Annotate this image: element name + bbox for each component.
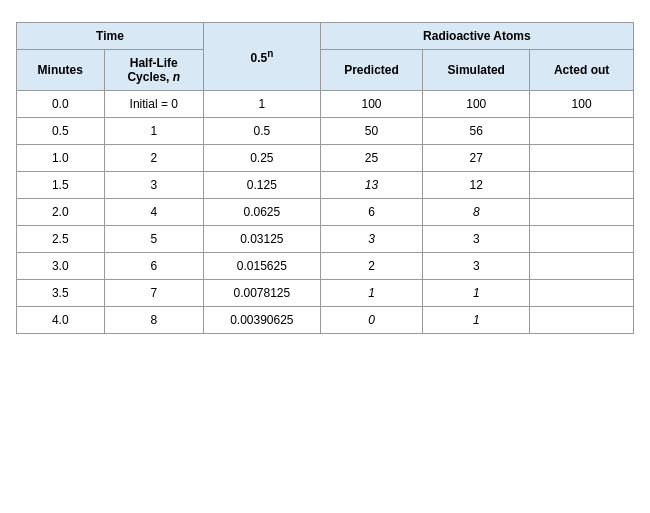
- cell-exp: 0.03125: [204, 226, 321, 253]
- cell-simulated: 3: [423, 226, 530, 253]
- cell-exp: 1: [204, 91, 321, 118]
- cell-exp: 0.25: [204, 145, 321, 172]
- cell-acted: [530, 226, 634, 253]
- col-header-simulated: Simulated: [423, 50, 530, 91]
- cell-acted: 100: [530, 91, 634, 118]
- cell-exp: 0.0078125: [204, 280, 321, 307]
- col-header-predicted: Predicted: [320, 50, 423, 91]
- cell-cycles: 1: [104, 118, 203, 145]
- cell-minutes: 2.5: [17, 226, 105, 253]
- cell-minutes: 0.0: [17, 91, 105, 118]
- cell-predicted: 25: [320, 145, 423, 172]
- cell-acted: [530, 253, 634, 280]
- cell-cycles: 8: [104, 307, 203, 334]
- cell-predicted: 100: [320, 91, 423, 118]
- cell-predicted: 2: [320, 253, 423, 280]
- cell-minutes: 1.5: [17, 172, 105, 199]
- cell-cycles: 5: [104, 226, 203, 253]
- cell-minutes: 3.0: [17, 253, 105, 280]
- data-table: Time 0.5n Radioactive Atoms Minutes Half…: [16, 22, 634, 334]
- cell-exp: 0.015625: [204, 253, 321, 280]
- cell-minutes: 0.5: [17, 118, 105, 145]
- cell-minutes: 2.0: [17, 199, 105, 226]
- cell-predicted: 3: [320, 226, 423, 253]
- cell-simulated: 8: [423, 199, 530, 226]
- cell-simulated: 12: [423, 172, 530, 199]
- cell-cycles: 7: [104, 280, 203, 307]
- group-header-time: Time: [17, 23, 204, 50]
- cell-acted: [530, 199, 634, 226]
- cell-simulated: 3: [423, 253, 530, 280]
- cell-simulated: 56: [423, 118, 530, 145]
- cell-simulated: 1: [423, 307, 530, 334]
- cell-exp: 0.5: [204, 118, 321, 145]
- cell-acted: [530, 172, 634, 199]
- cell-simulated: 27: [423, 145, 530, 172]
- cell-cycles: Initial = 0: [104, 91, 203, 118]
- cell-cycles: 4: [104, 199, 203, 226]
- cell-predicted: 13: [320, 172, 423, 199]
- cell-cycles: 2: [104, 145, 203, 172]
- cell-acted: [530, 145, 634, 172]
- col-header-acted: Acted out: [530, 50, 634, 91]
- cell-exp: 0.0625: [204, 199, 321, 226]
- cell-predicted: 6: [320, 199, 423, 226]
- cell-acted: [530, 280, 634, 307]
- cell-predicted: 1: [320, 280, 423, 307]
- cell-acted: [530, 307, 634, 334]
- cell-predicted: 50: [320, 118, 423, 145]
- cell-predicted: 0: [320, 307, 423, 334]
- cell-exp: 0.125: [204, 172, 321, 199]
- cell-cycles: 6: [104, 253, 203, 280]
- cell-exp: 0.00390625: [204, 307, 321, 334]
- cell-cycles: 3: [104, 172, 203, 199]
- cell-simulated: 100: [423, 91, 530, 118]
- cell-minutes: 1.0: [17, 145, 105, 172]
- group-header-ra: Radioactive Atoms: [320, 23, 633, 50]
- cell-minutes: 4.0: [17, 307, 105, 334]
- col-header-cycles: Half-LifeCycles, n: [104, 50, 203, 91]
- group-header-exp: 0.5n: [204, 23, 321, 91]
- cell-acted: [530, 118, 634, 145]
- cell-minutes: 3.5: [17, 280, 105, 307]
- cell-simulated: 1: [423, 280, 530, 307]
- col-header-minutes: Minutes: [17, 50, 105, 91]
